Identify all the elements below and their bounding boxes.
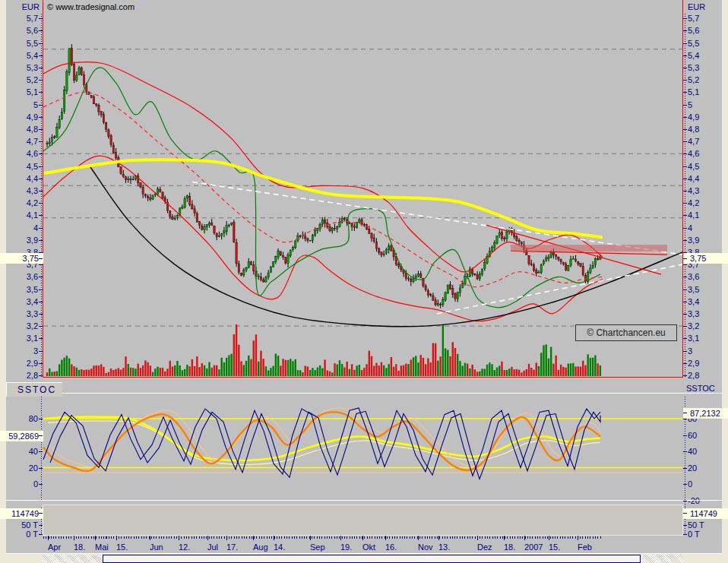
price-tick-label-right: 3,2	[688, 321, 699, 331]
sstoc-panel-separator	[6, 393, 722, 394]
volume-tick-mark-right	[683, 525, 687, 526]
sstoc-tick-mark-left	[39, 451, 43, 452]
price-tick-mark-left	[39, 203, 43, 204]
horizontal-scrollbar	[0, 555, 728, 563]
date-label: 15.	[116, 542, 128, 552]
date-label: Feb	[578, 542, 592, 552]
price-tick-mark-left	[39, 153, 43, 154]
price-tick-label-left: 2,9	[0, 359, 38, 368]
price-tick-label-right: 3,6	[688, 272, 699, 282]
price-tick-label-left: 4,2	[0, 198, 38, 208]
volume-value-tick-left	[39, 513, 43, 514]
price-tick-mark-left	[39, 105, 43, 106]
price-tick-mark-left	[39, 30, 43, 31]
price-tick-mark-right	[683, 68, 687, 68]
price-tick-label-right: 5,1	[688, 87, 699, 97]
volume-line-panel	[43, 504, 683, 536]
price-tick-label-left: 5,5	[0, 39, 38, 49]
main-price-plot[interactable]	[43, 0, 682, 378]
price-tick-mark-right	[683, 30, 687, 31]
date-label: 18.	[74, 542, 85, 552]
price-tick-mark-left	[39, 18, 43, 19]
price-tick-mark-left	[39, 375, 43, 376]
price-tick-mark-right	[683, 215, 687, 216]
price-tick-mark-right	[683, 129, 687, 130]
sstoc-indicator-plot[interactable]	[43, 394, 682, 500]
volume-value-label-left: 114749	[0, 508, 43, 519]
price-tick-label-left: 5,3	[0, 63, 38, 73]
price-tick-mark-right	[683, 203, 687, 204]
price-tick-label-right: 4,8	[688, 125, 699, 134]
price-tick-mark-left	[39, 43, 43, 44]
price-tick-label-right: 4,1	[688, 210, 699, 220]
main-chart-baseline	[43, 377, 683, 378]
sstoc-tick-label-right: 60	[688, 431, 697, 441]
price-tick-label-right: 4,2	[688, 198, 699, 208]
sstoc-tick-label-right: -20	[688, 496, 700, 506]
scrollbar-thumb[interactable]	[103, 555, 641, 563]
date-label: 17.	[226, 542, 238, 552]
price-tick-mark-right	[683, 228, 687, 229]
price-tick-mark-right	[683, 326, 687, 327]
sstoc-tick-label-left: 40	[0, 447, 38, 457]
price-tick-mark-left	[39, 338, 43, 339]
price-tick-label-right: 5	[688, 100, 692, 110]
price-tick-mark-right	[683, 302, 687, 302]
date-axis-minor-ticks	[43, 536, 601, 539]
price-tick-mark-left	[39, 68, 43, 68]
price-tick-label-left: 4,6	[0, 149, 38, 159]
price-tick-label-left: 4,5	[0, 162, 38, 172]
price-tick-mark-right	[683, 141, 687, 142]
date-label: Sep	[310, 542, 325, 552]
sstoc-tick-mark-right	[683, 501, 687, 501]
price-tick-label-right: 4,3	[688, 186, 699, 196]
price-tick-label-left: 4,9	[0, 112, 38, 122]
candle-bodies	[46, 48, 601, 305]
date-label: 19.	[340, 542, 352, 552]
price-tick-label-right: 2,8	[688, 371, 699, 381]
price-tick-label-right: 4,4	[688, 174, 699, 184]
volume-value-label-right: 114749	[683, 508, 728, 519]
price-tick-mark-right	[683, 240, 687, 241]
price-tick-mark-left	[39, 191, 43, 191]
date-label: Jun	[150, 542, 163, 552]
sstoc-tick-label-right: 20	[688, 463, 697, 473]
date-label: 18.	[504, 542, 515, 552]
price-tick-label-right: 4,7	[688, 137, 699, 147]
price-tick-mark-left	[39, 117, 43, 118]
price-tick-mark-right	[683, 179, 687, 179]
date-label: 13.	[438, 542, 450, 552]
sstoc-yellow-signal-line	[43, 417, 600, 460]
price-tick-label-left: 3,6	[0, 272, 38, 282]
price-tick-label-left: 4,3	[0, 186, 38, 196]
price-tick-mark-right	[683, 117, 687, 118]
price-tick-mark-left	[39, 351, 43, 352]
volume-tick-label-left: 0 T	[0, 530, 38, 539]
date-label: Okt	[362, 542, 375, 552]
price-tick-mark-right	[683, 264, 687, 265]
price-tick-mark-right	[683, 277, 687, 277]
resistance-zone	[511, 245, 667, 251]
sstoc-tick-mark-left	[39, 468, 43, 469]
price-tick-label-left: 5,7	[0, 14, 38, 24]
price-tick-label-left: 3,1	[0, 334, 38, 343]
date-label: Mai	[95, 542, 109, 552]
date-label: 15.	[549, 542, 560, 552]
price-tick-label-right: 5,7	[688, 14, 699, 24]
red-dashed-ma-line	[43, 92, 603, 286]
sstoc-tick-label-right: 40	[688, 447, 697, 457]
price-tick-mark-left	[39, 326, 43, 327]
right-price-axis-spine	[682, 0, 683, 378]
price-tick-label-right: 4,9	[688, 112, 699, 122]
price-tick-label-left: 3,2	[0, 321, 38, 331]
price-tick-mark-left	[39, 80, 43, 81]
white-dashed-trendline	[437, 264, 682, 314]
price-tick-label-right: 3,1	[688, 334, 699, 343]
price-tick-mark-right	[683, 166, 687, 167]
price-tick-mark-right	[683, 55, 687, 56]
price-tick-mark-right	[683, 80, 687, 81]
volume-tick-label-right: 0 T	[688, 530, 700, 539]
sstoc-tick-mark-right	[683, 451, 687, 452]
price-tick-mark-left	[39, 179, 43, 179]
volume-bars	[46, 324, 601, 376]
